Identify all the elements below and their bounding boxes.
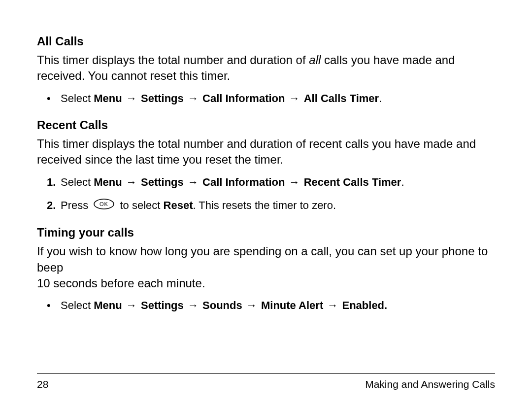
section-recent-calls: Recent Calls This timer displays the tot… xyxy=(37,118,495,214)
section-timing-calls: Timing your calls If you wish to know ho… xyxy=(37,226,495,313)
section-all-calls: All Calls This timer displays the total … xyxy=(37,34,495,106)
list-item: • Select Menu → Settings → Call Informat… xyxy=(47,90,495,106)
heading-timing: Timing your calls xyxy=(37,226,495,240)
chapter-title: Making and Answering Calls xyxy=(365,378,495,390)
italic-all: all xyxy=(309,53,321,67)
text-fragment: Select xyxy=(61,299,94,311)
bullet-list-timing: • Select Menu → Settings → Sounds → Minu… xyxy=(37,297,495,313)
menu-path-segment: Sounds xyxy=(202,299,242,311)
list-item: 1. Select Menu → Settings → Call Informa… xyxy=(47,174,495,190)
arrow-icon: → xyxy=(187,92,200,104)
text-fragment: to select xyxy=(120,199,163,211)
page-footer: 28 Making and Answering Calls xyxy=(37,373,495,390)
text-fragment: . xyxy=(401,176,404,188)
bullet-list-all-calls: • Select Menu → Settings → Call Informat… xyxy=(37,90,495,106)
page-number: 28 xyxy=(37,378,48,390)
bold-reset: Reset xyxy=(164,199,193,211)
text-fragment: Select xyxy=(61,92,94,104)
arrow-icon: → xyxy=(125,92,138,104)
arrow-icon: → xyxy=(245,299,258,311)
menu-path-segment: Settings xyxy=(141,299,184,311)
svg-text:OK: OK xyxy=(100,201,108,207)
menu-path-segment: Call Information xyxy=(202,176,285,188)
menu-path-segment: Menu xyxy=(94,176,122,188)
arrow-icon: → xyxy=(326,299,339,311)
heading-all-calls: All Calls xyxy=(37,34,495,48)
document-page: All Calls This timer displays the total … xyxy=(0,0,532,411)
text-fragment: . xyxy=(379,92,382,104)
arrow-icon: → xyxy=(125,299,138,311)
body-recent-calls: This timer displays the total number and… xyxy=(37,136,495,168)
text-fragment: . This resets the timer to zero. xyxy=(193,199,336,211)
bullet-icon: • xyxy=(47,90,51,106)
menu-path-segment: Minute Alert xyxy=(261,299,323,311)
menu-path-segment: Call Information xyxy=(202,92,285,104)
step-number: 2. xyxy=(47,197,56,213)
body-timing-line2: 10 seconds before each minute. xyxy=(37,275,495,291)
bullet-icon: • xyxy=(47,297,51,313)
menu-path-segment: Menu xyxy=(94,299,122,311)
text-fragment: Press xyxy=(61,199,91,211)
menu-path-segment: Settings xyxy=(141,176,184,188)
menu-path-segment: Menu xyxy=(94,92,122,104)
text-fragment: Select xyxy=(61,176,94,188)
text-fragment: This timer displays the total number and… xyxy=(37,53,309,67)
step-number: 1. xyxy=(47,174,56,190)
arrow-icon: → xyxy=(288,92,301,104)
body-all-calls: This timer displays the total number and… xyxy=(37,52,495,84)
menu-path-segment: Recent Calls Timer xyxy=(304,176,401,188)
menu-path-segment: Enabled. xyxy=(342,299,387,311)
ordered-list-recent-calls: 1. Select Menu → Settings → Call Informa… xyxy=(37,174,495,214)
arrow-icon: → xyxy=(288,176,301,188)
heading-recent-calls: Recent Calls xyxy=(37,118,495,132)
menu-path-segment: Settings xyxy=(141,92,184,104)
arrow-icon: → xyxy=(187,176,200,188)
arrow-icon: → xyxy=(125,176,138,188)
menu-path-segment: All Calls Timer xyxy=(304,92,379,104)
arrow-icon: → xyxy=(187,299,200,311)
list-item: • Select Menu → Settings → Sounds → Minu… xyxy=(47,297,495,313)
list-item: 2. Press OK to select Reset. This resets… xyxy=(47,197,495,214)
body-timing-line1: If you wish to know how long you are spe… xyxy=(37,243,495,275)
ok-button-icon: OK xyxy=(93,198,115,214)
